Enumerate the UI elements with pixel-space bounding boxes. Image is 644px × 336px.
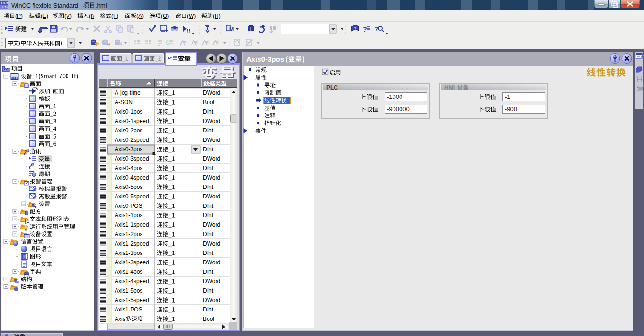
svg-text:DInt: DInt [203,184,214,190]
svg-text:Axis1-POS: Axis1-POS [115,306,142,313]
svg-text:?: ? [363,25,367,33]
svg-text:DWord: DWord [203,156,220,162]
svg-text:Axis1-1pos: Axis1-1pos [115,212,142,219]
svg-text:-1000: -1000 [387,93,402,100]
svg-text:(I): (I) [89,13,94,19]
svg-text:DInt: DInt [203,306,214,313]
svg-text:DInt: DInt [203,146,214,153]
svg-text:Axis1-5speed: Axis1-5speed [115,297,149,303]
svg-text:DWord: DWord [203,297,220,303]
svg-text:(E): (E) [41,13,48,19]
svg-text:DInt: DInt [203,127,214,134]
svg-text:HMI: HMI [444,84,455,91]
svg-text:Axis1-5pos: Axis1-5pos [115,287,142,294]
svg-text:DInt: DInt [203,231,214,238]
svg-text:A-SON: A-SON [115,99,133,106]
svg-text:DWord: DWord [203,278,220,285]
svg-text:-900000: -900000 [387,106,410,113]
svg-text:(O): (O) [161,13,169,19]
svg-text:DInt: DInt [203,250,214,256]
svg-text:DWord: DWord [203,137,220,143]
svg-text:Bool: Bool [203,316,214,322]
svg-text:(A): (A) [136,13,144,19]
svg-text:M: M [229,26,234,32]
svg-text:ES: ES [2,5,8,9]
svg-text:WinCC flexible Standard -: WinCC flexible Standard - [11,2,82,9]
svg-text:Axis1-2speed: Axis1-2speed [115,240,149,247]
svg-text:DWord: DWord [203,221,220,228]
svg-text:DInt: DInt [203,108,214,115]
svg-text:Axis0-2speed: Axis0-2speed [115,137,149,143]
svg-text:Axis0-POS: Axis0-POS [115,203,142,209]
svg-text:(W): (W) [187,13,196,19]
svg-text:Axis0-4pos: Axis0-4pos [115,165,142,172]
svg-text:Axis0-5speed: Axis0-5speed [115,193,149,200]
svg-text:.hmi: .hmi [95,2,107,9]
svg-text:DInt: DInt [203,203,214,209]
svg-text:A-jog-time: A-jog-time [115,90,141,96]
svg-text:Axis1-1speed: Axis1-1speed [115,221,149,228]
svg-text:Axis0-3pos: Axis0-3pos [246,55,284,63]
svg-text:DWord: DWord [203,193,220,200]
svg-text:Axis0-5pos: Axis0-5pos [115,184,142,190]
svg-text:-1: -1 [505,93,510,100]
svg-text:(F): (F) [111,13,118,19]
svg-text:DInt: DInt [203,269,214,275]
svg-text:Axis: Axis [115,316,125,322]
svg-text:Axis1-4speed: Axis1-4speed [115,278,149,285]
svg-text:Axis1-3pos: Axis1-3pos [115,250,142,256]
svg-text:Axis0-1pos: Axis0-1pos [115,108,142,115]
svg-text:(H): (H) [213,13,221,19]
svg-text:DWord: DWord [203,174,220,181]
svg-text:DWord: DWord [203,118,220,124]
svg-text:?: ? [153,25,156,29]
svg-text:-900: -900 [505,106,517,113]
svg-text:?: ? [354,26,357,31]
svg-text:Axis1-4pos: Axis1-4pos [115,269,142,275]
svg-text:Axis0-2pos: Axis0-2pos [115,127,142,134]
svg-text:DWord: DWord [203,240,220,247]
svg-text:DWord: DWord [203,259,220,266]
svg-text:Axis1-3speed: Axis1-3speed [115,259,149,266]
svg-text:Axis0-3speed: Axis0-3speed [115,156,149,162]
svg-text:Axis0-3pos: Axis0-3pos [115,146,142,153]
svg-text:Axis1-2pos: Axis1-2pos [115,231,142,238]
svg-text:(V): (V) [64,13,72,19]
svg-text:2: 2 [25,221,27,225]
svg-text:DInt: DInt [203,287,214,294]
svg-text:DInt: DInt [203,165,214,172]
svg-text:?: ? [375,25,378,33]
svg-text:(P): (P) [15,13,23,19]
svg-text:Axis0-4speed: Axis0-4speed [115,174,149,181]
svg-text:DInt: DInt [203,212,214,219]
svg-text:DWord: DWord [203,90,220,96]
svg-text:Axis0-1speed: Axis0-1speed [115,118,149,124]
svg-text:PLC: PLC [326,84,338,91]
svg-text:Bool: Bool [203,99,214,106]
